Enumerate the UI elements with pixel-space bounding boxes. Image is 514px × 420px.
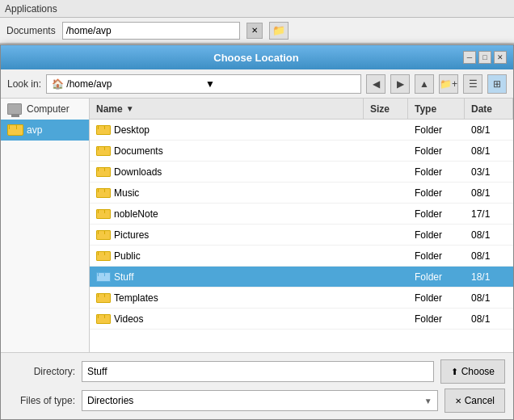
file-name: Public [114,250,141,262]
file-list: Desktop Folder 08/1 Documents Folder 08/… [90,120,513,352]
file-type: Folder [408,208,465,220]
file-name: Documents [114,145,163,157]
file-date: 08/1 [465,313,513,325]
folder-icon-row [96,314,109,324]
sidebar-item-avp[interactable]: avp [1,120,89,141]
table-row[interactable]: Templates Folder 08/1 [90,288,513,309]
table-row[interactable]: Videos Folder 08/1 [90,309,513,330]
file-name: Stuff [114,271,133,283]
file-name: Videos [114,313,143,325]
folder-icon-row [96,272,109,282]
file-type: Folder [408,187,465,199]
files-dropdown-arrow: ▼ [424,397,432,405]
doc-folder-button[interactable]: 📁 [269,22,289,40]
title-buttons: ─ □ ✕ [463,51,507,64]
bottom-panel: Directory: ⬆ Choose Files of type: Direc… [1,352,513,419]
folder-icon-row [96,146,109,156]
folder-icon-row [96,230,109,240]
close-button[interactable]: ✕ [494,51,507,64]
files-label: Files of type: [9,395,75,406]
sidebar-label-computer: Computer [27,103,70,115]
main-content: Computer avp Name ▼ Size Type [1,99,513,352]
up-button[interactable]: ▲ [415,74,434,94]
file-type: Folder [408,166,465,178]
sidebar-label-avp: avp [27,124,42,136]
choose-location-dialog: Choose Location ─ □ ✕ Look in: 🏠 /home/a… [0,44,514,420]
files-type-row: Files of type: Directories ▼ ✕ Cancel [9,388,505,413]
folder-icon-avp [7,124,22,136]
app-title: Applications [5,3,57,15]
col-header-type[interactable]: Type [408,99,465,119]
file-date: 08/1 [465,124,513,136]
col-header-date[interactable]: Date [465,99,513,119]
dialog-title: Choose Location [49,52,463,64]
details-view-button[interactable]: ⊞ [487,74,507,94]
folder-icon-row [96,167,109,177]
directory-input[interactable] [82,361,434,382]
file-date: 08/1 [465,145,513,157]
file-type: Folder [408,229,465,241]
file-type: Folder [408,292,465,304]
file-type: Folder [408,250,465,262]
folder-icon-row [96,188,109,198]
new-folder-button[interactable]: 📁+ [439,74,458,94]
doc-bar: Documents ✕ 📁 [0,18,514,44]
file-list-container: Name ▼ Size Type Date Desktop Folde [90,99,513,352]
directory-label: Directory: [9,366,75,377]
file-date: 03/1 [465,166,513,178]
location-text: 🏠 /home/avp [52,78,202,90]
choose-button[interactable]: ⬆ Choose [440,359,505,384]
maximize-button[interactable]: □ [478,51,491,64]
dropdown-chevron: ▼ [205,78,356,90]
file-date: 08/1 [465,187,513,199]
forward-button[interactable]: ▶ [390,74,410,94]
list-view-button[interactable]: ☰ [463,74,482,94]
file-date: 08/1 [465,292,513,304]
col-header-name[interactable]: Name ▼ [90,99,364,119]
file-name: Desktop [114,124,150,136]
file-name: Downloads [114,166,162,178]
file-date: 17/1 [465,208,513,220]
file-date: 08/1 [465,229,513,241]
cancel-label: Cancel [465,395,495,406]
col-header-size[interactable]: Size [364,99,408,119]
files-type-dropdown[interactable]: Directories ▼ [82,390,438,411]
app-bar: Applications [0,0,514,18]
file-type: Folder [408,145,465,157]
cancel-button[interactable]: ✕ Cancel [444,388,505,413]
doc-path-input[interactable] [62,22,240,40]
file-name: nobleNote [114,208,158,220]
file-type: Folder [408,313,465,325]
file-date: 08/1 [465,250,513,262]
files-type-value: Directories [87,395,133,406]
file-name: Music [114,187,139,199]
toolbar: Look in: 🏠 /home/avp ▼ ◀ ▶ ▲ 📁+ ☰ ⊞ [1,69,513,99]
file-type: Folder [408,271,465,283]
minimize-button[interactable]: ─ [463,51,476,64]
table-row[interactable]: Stuff Folder 18/1 [90,267,513,288]
file-type: Folder [408,124,465,136]
table-row[interactable]: Downloads Folder 03/1 [90,162,513,183]
table-row[interactable]: nobleNote Folder 17/1 [90,204,513,225]
cancel-x-icon: ✕ [455,397,461,405]
directory-row: Directory: ⬆ Choose [9,359,505,384]
file-list-header: Name ▼ Size Type Date [90,99,513,120]
dialog-titlebar: Choose Location ─ □ ✕ [1,45,513,69]
back-button[interactable]: ◀ [366,74,386,94]
table-row[interactable]: Pictures Folder 08/1 [90,225,513,246]
folder-icon-row [96,251,109,261]
doc-clear-button[interactable]: ✕ [246,23,263,39]
folder-icon-row [96,125,109,135]
table-row[interactable]: Public Folder 08/1 [90,246,513,267]
table-row[interactable]: Documents Folder 08/1 [90,141,513,162]
table-row[interactable]: Music Folder 08/1 [90,183,513,204]
location-dropdown[interactable]: 🏠 /home/avp ▼ [46,74,361,94]
table-row[interactable]: Desktop Folder 08/1 [90,120,513,141]
lookin-label: Look in: [7,78,41,90]
file-date: 18/1 [465,271,513,283]
sidebar-item-computer[interactable]: Computer [1,99,89,120]
sidebar: Computer avp [1,99,90,352]
folder-icon-row [96,293,109,303]
folder-icon-row [96,209,109,219]
file-name: Templates [114,292,158,304]
